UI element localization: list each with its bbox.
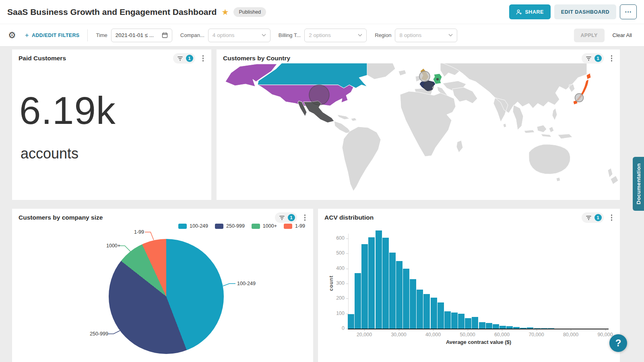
favorite-star-icon[interactable]: ★: [221, 7, 229, 17]
kebab-menu-icon[interactable]: [610, 213, 614, 222]
y-tick-label: 300: [327, 280, 345, 286]
x-tick-label: 30,000: [385, 332, 413, 337]
histogram-bar[interactable]: [493, 324, 499, 329]
histogram-bar[interactable]: [500, 326, 506, 329]
filter-controls: Time2021-01-01 ≤ ...Compan...4 optionsBi…: [96, 29, 465, 42]
world-map[interactable]: [217, 63, 620, 200]
app-header: SaaS Business Growth and Engagement Dash…: [0, 0, 644, 24]
histogram-bar[interactable]: [431, 298, 437, 329]
share-person-icon: [516, 9, 522, 15]
panel-title: ACV distribution: [324, 214, 374, 221]
documentation-tab[interactable]: Documentation: [633, 157, 644, 211]
filter-label: Time: [96, 32, 107, 38]
landmass-asia: [443, 63, 587, 130]
histogram-bar[interactable]: [458, 314, 464, 329]
histogram-bar[interactable]: [396, 261, 402, 329]
filter-dropdown[interactable]: 8 options: [395, 29, 457, 42]
histogram-bar[interactable]: [417, 290, 423, 329]
indicator-value: 6.19k: [19, 91, 116, 130]
histogram-bar[interactable]: [472, 317, 478, 329]
map-bubble-usa[interactable]: [309, 85, 329, 105]
panel-header: Customers by company size 1: [12, 209, 313, 226]
filter-value: 8 options: [399, 32, 445, 38]
filter-dropdown[interactable]: 2 options: [304, 29, 367, 42]
x-tick-label: 20,000: [350, 332, 378, 337]
map-bubble-uk[interactable]: [419, 71, 430, 82]
x-tick-mark: [364, 329, 365, 331]
panel-title: Paid Customers: [19, 55, 66, 62]
filter-group: Time2021-01-01 ≤ ...: [96, 29, 172, 42]
pie-slice-label: 250-999: [90, 331, 108, 337]
histogram-bar[interactable]: [444, 311, 451, 329]
x-tick-label: 80,000: [557, 332, 585, 337]
x-tick-mark: [571, 329, 571, 331]
divider: [87, 29, 88, 41]
panel-title: Customers by Country: [223, 55, 290, 62]
help-button[interactable]: ?: [609, 334, 627, 352]
filter-dropdown[interactable]: 4 options: [208, 29, 270, 42]
add-edit-filters-button[interactable]: + ADD/EDIT FILTERS: [25, 31, 80, 39]
gear-icon[interactable]: ⚙: [8, 31, 16, 40]
plus-icon: +: [25, 31, 29, 39]
histogram-bar[interactable]: [451, 313, 458, 329]
map-bubble-japan[interactable]: [575, 94, 584, 102]
histogram-bar[interactable]: [410, 279, 416, 329]
histogram-bar[interactable]: [382, 238, 389, 329]
map-bubble-germany[interactable]: [436, 78, 439, 80]
edit-dashboard-button[interactable]: EDIT DASHBOARD: [554, 4, 616, 19]
x-tick-mark: [433, 329, 433, 331]
landmass-south-america: [342, 127, 381, 191]
histogram-bar[interactable]: [348, 314, 354, 329]
y-tick-mark: [346, 329, 348, 329]
y-tick-label: 200: [327, 295, 345, 301]
pie-slice-label: 1-99: [134, 229, 144, 235]
histogram-bar[interactable]: [423, 294, 430, 329]
calendar-icon: [162, 32, 168, 38]
histogram-bar[interactable]: [368, 237, 375, 329]
panel-filter-chip[interactable]: 1: [173, 53, 195, 64]
landmass-australia: [529, 144, 618, 184]
y-tick-mark: [346, 239, 348, 239]
panel-filter-chip[interactable]: 1: [275, 212, 297, 223]
x-axis-line: [348, 329, 609, 329]
landmass-africa: [400, 91, 463, 156]
panel-company-size: Customers by company size 1 100-249250-9…: [12, 209, 313, 362]
pie-chart[interactable]: [109, 239, 224, 354]
panel-filter-chip[interactable]: 1: [582, 53, 604, 64]
kebab-menu-icon[interactable]: [610, 54, 614, 63]
histogram-bar[interactable]: [389, 253, 396, 329]
chevron-down-icon: [262, 34, 266, 37]
filter-value: 2 options: [309, 32, 355, 38]
date-filter-input[interactable]: 2021-01-01 ≤ ...: [111, 29, 172, 42]
x-tick-label: 40,000: [419, 332, 447, 337]
histogram-bar[interactable]: [486, 323, 492, 329]
y-tick-label: 100: [327, 311, 345, 316]
apply-button[interactable]: APPLY: [574, 29, 605, 42]
pie-slice-label: 100-249: [237, 281, 256, 286]
more-options-button[interactable]: ...: [620, 4, 637, 19]
kebab-menu-icon[interactable]: [303, 213, 307, 222]
histogram-bar[interactable]: [403, 269, 409, 329]
panel-acv-distribution: ACV distribution 1 Average contract valu…: [318, 209, 620, 362]
indicator-unit: accounts: [21, 145, 78, 162]
y-tick-label: 500: [327, 250, 345, 256]
map-bubble-france[interactable]: [424, 81, 433, 91]
filter-count-badge: 1: [186, 55, 193, 62]
histogram-bar[interactable]: [355, 273, 361, 329]
panel-filter-chip[interactable]: 1: [582, 212, 604, 223]
y-tick-label: 400: [327, 265, 345, 271]
histogram-bar[interactable]: [361, 244, 368, 329]
histogram-bar[interactable]: [376, 230, 382, 329]
clear-all-button[interactable]: Clear All: [613, 32, 632, 38]
filter-group: Region8 options: [375, 29, 457, 42]
x-tick-mark: [605, 329, 606, 331]
histogram-bar[interactable]: [465, 318, 471, 329]
filter-count-badge: 1: [594, 55, 602, 62]
histogram-bar[interactable]: [438, 302, 444, 329]
share-button[interactable]: SHARE: [509, 4, 551, 19]
histogram-bar[interactable]: [479, 322, 485, 329]
kebab-menu-icon[interactable]: [201, 54, 205, 63]
filter-value: 4 options: [213, 32, 258, 38]
x-axis-title: Average contract value ($): [349, 339, 609, 345]
add-edit-filters-label: ADD/EDIT FILTERS: [32, 33, 79, 38]
